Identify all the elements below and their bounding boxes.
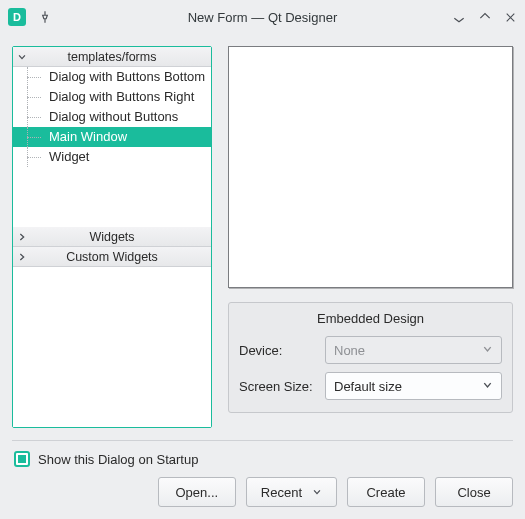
templates-tree[interactable]: templates/forms Dialog with Buttons Bott…: [12, 46, 212, 428]
chevron-right-icon: [13, 252, 31, 262]
tree-item[interactable]: Dialog without Buttons: [13, 107, 211, 127]
window-title: New Form — Qt Designer: [88, 10, 437, 25]
chevron-down-icon: [312, 485, 322, 500]
tree-item[interactable]: Dialog with Buttons Right: [13, 87, 211, 107]
screen-size-value: Default size: [334, 379, 402, 394]
titlebar: D New Form — Qt Designer: [0, 0, 525, 34]
show-on-startup-label: Show this Dialog on Startup: [38, 452, 198, 467]
close-button[interactable]: Close: [435, 477, 513, 507]
separator: [12, 440, 513, 441]
chevron-down-icon: [482, 379, 493, 394]
minimize-icon[interactable]: [452, 10, 466, 24]
close-icon[interactable]: [504, 11, 517, 24]
tree-group-widgets[interactable]: Widgets: [13, 227, 211, 247]
device-label: Device:: [239, 343, 317, 358]
create-button[interactable]: Create: [347, 477, 425, 507]
check-icon: [18, 455, 26, 463]
chevron-down-icon: [13, 52, 31, 62]
tree-group-custom-widgets[interactable]: Custom Widgets: [13, 247, 211, 267]
chevron-right-icon: [13, 232, 31, 242]
show-on-startup-checkbox[interactable]: [14, 451, 30, 467]
screen-size-combo[interactable]: Default size: [325, 372, 502, 400]
tree-group-templates[interactable]: templates/forms: [13, 47, 211, 67]
form-preview: [228, 46, 513, 288]
maximize-icon[interactable]: [478, 10, 492, 24]
pin-icon[interactable]: [38, 10, 52, 24]
embedded-design-group: Embedded Design Device: None Screen Size…: [228, 302, 513, 413]
open-button[interactable]: Open...: [158, 477, 236, 507]
device-combo: None: [325, 336, 502, 364]
tree-item[interactable]: Widget: [13, 147, 211, 167]
chevron-down-icon: [482, 343, 493, 358]
embedded-title: Embedded Design: [239, 311, 502, 326]
tree-group-label: Custom Widgets: [31, 250, 211, 264]
tree-group-label: Widgets: [31, 230, 211, 244]
tree-group-label: templates/forms: [31, 50, 211, 64]
app-icon: D: [8, 8, 26, 26]
screen-size-label: Screen Size:: [239, 379, 317, 394]
recent-button[interactable]: Recent: [246, 477, 337, 507]
tree-item[interactable]: Dialog with Buttons Bottom: [13, 67, 211, 87]
device-value: None: [334, 343, 365, 358]
tree-item-selected[interactable]: Main Window: [13, 127, 211, 147]
